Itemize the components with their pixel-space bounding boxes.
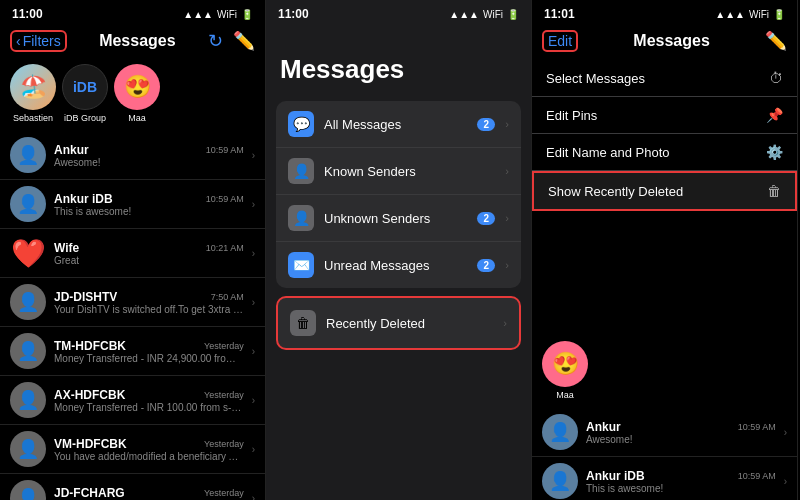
chevron-icon: › bbox=[252, 199, 255, 210]
chevron-icon: › bbox=[252, 297, 255, 308]
chevron-icon: › bbox=[252, 346, 255, 357]
chevron-icon: › bbox=[784, 427, 787, 438]
nav-actions-3: ✏️ bbox=[765, 30, 787, 52]
edit-item-select-messages[interactable]: Select Messages ⏱ bbox=[532, 60, 797, 97]
back-chevron-icon: ‹ bbox=[16, 33, 21, 49]
compose-icon[interactable]: ✏️ bbox=[765, 30, 787, 52]
battery-icon: 🔋 bbox=[773, 9, 785, 20]
unread-messages-icon: ✉️ bbox=[288, 252, 314, 278]
menu-item-all-messages[interactable]: 💬 All Messages 2 › bbox=[276, 101, 521, 148]
edit-item-show-recently-deleted[interactable]: Show Recently Deleted 🗑 bbox=[534, 173, 795, 209]
msg-item-tm-hdfcbk[interactable]: 👤 TM-HDFCBKYesterday Money Transferred -… bbox=[0, 327, 265, 376]
recently-deleted-item[interactable]: 🗑 Recently Deleted › bbox=[276, 296, 521, 350]
avatar-wife: ❤️ bbox=[10, 235, 46, 271]
avatar-row-3: 😍 Maa bbox=[532, 211, 797, 408]
filters-label: Filters bbox=[23, 33, 61, 49]
messages-menu-section: 💬 All Messages 2 › 👤 Known Senders › 👤 U… bbox=[276, 101, 521, 288]
chevron-icon: › bbox=[252, 493, 255, 501]
panel-3: 11:01 ▲▲▲ WiFi 🔋 Edit Messages ✏️ Select… bbox=[532, 0, 798, 500]
unknown-senders-badge: 2 bbox=[477, 212, 495, 225]
msg-item-ankur-idb-p3[interactable]: 👤 Ankur iDB10:59 AM This is awesome! › bbox=[532, 457, 797, 500]
chevron-icon: › bbox=[505, 259, 509, 271]
battery-icon: 🔋 bbox=[241, 9, 253, 20]
refresh-icon[interactable]: ↻ bbox=[208, 30, 223, 52]
all-messages-badge: 2 bbox=[477, 118, 495, 131]
status-time-2: 11:00 bbox=[278, 7, 309, 21]
edit-name-photo-label: Edit Name and Photo bbox=[546, 145, 758, 160]
status-bar-1: 11:00 ▲▲▲ WiFi 🔋 bbox=[0, 0, 265, 24]
chevron-icon: › bbox=[505, 165, 509, 177]
unread-messages-label: Unread Messages bbox=[324, 258, 467, 273]
status-time-1: 11:00 bbox=[12, 7, 43, 21]
panel-1: 11:00 ▲▲▲ WiFi 🔋 ‹ Filters Messages ↻ ✏️… bbox=[0, 0, 266, 500]
msg-item-jd-dishtv[interactable]: 👤 JD-DISHTV7:50 AM Your DishTV is switch… bbox=[0, 278, 265, 327]
edit-pins-label: Edit Pins bbox=[546, 108, 758, 123]
known-senders-label: Known Senders bbox=[324, 164, 495, 179]
avatar-maa[interactable]: 😍 Maa bbox=[114, 64, 160, 123]
chevron-icon: › bbox=[252, 395, 255, 406]
avatar-ax-hdfcbk: 👤 bbox=[10, 382, 46, 418]
avatar-label-maa: Maa bbox=[128, 113, 146, 123]
msg-item-vm-hdfcbk[interactable]: 👤 VM-HDFCBKYesterday You have added/modi… bbox=[0, 425, 265, 474]
avatar-label-maa-p3: Maa bbox=[556, 390, 574, 400]
status-bar-3: 11:01 ▲▲▲ WiFi 🔋 bbox=[532, 0, 797, 24]
all-messages-icon: 💬 bbox=[288, 111, 314, 137]
edit-dropdown: Select Messages ⏱ Edit Pins 📌 Edit Name … bbox=[532, 60, 797, 211]
nav-bar-3: Edit Messages ✏️ bbox=[532, 24, 797, 60]
panel2-page-title: Messages bbox=[266, 24, 531, 101]
message-list-3: 👤 Ankur10:59 AM Awesome! › 👤 Ankur iDB10… bbox=[532, 408, 797, 500]
msg-item-ax-hdfcbk[interactable]: 👤 AX-HDFCBKYesterday Money Transferred -… bbox=[0, 376, 265, 425]
msg-item-jd-fcharg[interactable]: 👤 JD-FCHARGYesterday Hi Ankur, Rs.1000.0… bbox=[0, 474, 265, 500]
filters-back-button[interactable]: ‹ Filters bbox=[10, 30, 67, 52]
unread-messages-badge: 2 bbox=[477, 259, 495, 272]
nav-bar-1: ‹ Filters Messages ↻ ✏️ bbox=[0, 24, 265, 60]
msg-content-tm-hdfcbk: TM-HDFCBKYesterday Money Transferred - I… bbox=[54, 339, 244, 364]
avatar-ankur-idb-p3: 👤 bbox=[542, 463, 578, 499]
avatar-jd-fcharg: 👤 bbox=[10, 480, 46, 500]
avatar-idb[interactable]: iDB iDB Group bbox=[62, 64, 108, 123]
chevron-icon: › bbox=[505, 118, 509, 130]
edit-item-edit-pins[interactable]: Edit Pins 📌 bbox=[532, 97, 797, 134]
edit-item-edit-name-photo[interactable]: Edit Name and Photo ⚙️ bbox=[532, 134, 797, 171]
avatar-ankur-p3: 👤 bbox=[542, 414, 578, 450]
menu-item-known-senders[interactable]: 👤 Known Senders › bbox=[276, 148, 521, 195]
avatar-ankur: 👤 bbox=[10, 137, 46, 173]
select-messages-label: Select Messages bbox=[546, 71, 761, 86]
show-recently-deleted-label: Show Recently Deleted bbox=[548, 184, 759, 199]
status-time-3: 11:01 bbox=[544, 7, 575, 21]
known-senders-icon: 👤 bbox=[288, 158, 314, 184]
menu-item-unread-messages[interactable]: ✉️ Unread Messages 2 › bbox=[276, 242, 521, 288]
msg-content-vm-hdfcbk: VM-HDFCBKYesterday You have added/modifi… bbox=[54, 437, 244, 462]
message-list-1: 👤 Ankur10:59 AM Awesome! › 👤 Ankur iDB10… bbox=[0, 131, 265, 500]
avatar-sebastien[interactable]: 🏖️ Sebastien bbox=[10, 64, 56, 123]
compose-icon[interactable]: ✏️ bbox=[233, 30, 255, 52]
avatar-row-1: 🏖️ Sebastien iDB iDB Group 😍 Maa bbox=[0, 60, 265, 131]
trash-icon: 🗑 bbox=[767, 183, 781, 199]
msg-content-jd-dishtv: JD-DISHTV7:50 AM Your DishTV is switched… bbox=[54, 290, 244, 315]
msg-content-wife: Wife10:21 AM Great bbox=[54, 241, 244, 266]
all-messages-label: All Messages bbox=[324, 117, 467, 132]
battery-icon: 🔋 bbox=[507, 9, 519, 20]
trash-icon: 🗑 bbox=[290, 310, 316, 336]
avatar-maa-p3[interactable]: 😍 Maa bbox=[542, 341, 588, 400]
avatar-label-idb: iDB Group bbox=[64, 113, 106, 123]
chevron-icon: › bbox=[503, 317, 507, 329]
signal-icon: ▲▲▲ bbox=[715, 9, 745, 20]
chevron-icon: › bbox=[252, 150, 255, 161]
msg-content-ankur-idb: Ankur iDB10:59 AM This is awesome! bbox=[54, 192, 244, 217]
chevron-icon: › bbox=[784, 476, 787, 487]
msg-item-ankur-p3[interactable]: 👤 Ankur10:59 AM Awesome! › bbox=[532, 408, 797, 457]
status-bar-2: 11:00 ▲▲▲ WiFi 🔋 bbox=[266, 0, 531, 24]
chevron-icon: › bbox=[252, 248, 255, 259]
msg-content-ankur-p3: Ankur10:59 AM Awesome! bbox=[586, 420, 776, 445]
menu-item-unknown-senders[interactable]: 👤 Unknown Senders 2 › bbox=[276, 195, 521, 242]
msg-item-ankur-idb[interactable]: 👤 Ankur iDB10:59 AM This is awesome! › bbox=[0, 180, 265, 229]
panel1-title: Messages bbox=[99, 32, 176, 50]
avatar-circle-maa-p3: 😍 bbox=[542, 341, 588, 387]
wifi-icon: WiFi bbox=[749, 9, 769, 20]
panel-2: 11:00 ▲▲▲ WiFi 🔋 Messages 💬 All Messages… bbox=[266, 0, 532, 500]
edit-button[interactable]: Edit bbox=[542, 30, 578, 52]
msg-item-ankur[interactable]: 👤 Ankur10:59 AM Awesome! › bbox=[0, 131, 265, 180]
msg-item-wife[interactable]: ❤️ Wife10:21 AM Great › bbox=[0, 229, 265, 278]
avatar-jd-dishtv: 👤 bbox=[10, 284, 46, 320]
